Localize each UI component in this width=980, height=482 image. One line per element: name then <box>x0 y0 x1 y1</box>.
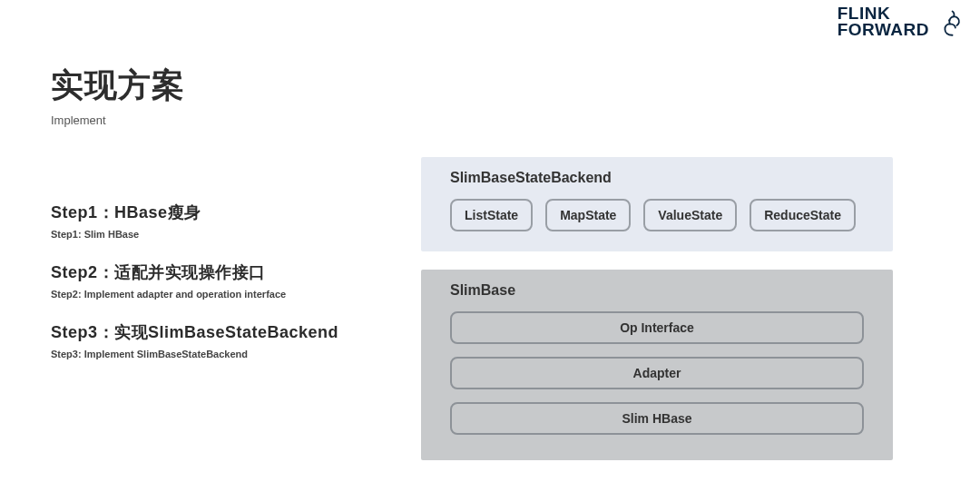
state-pill: MapState <box>545 199 631 231</box>
state-pill: ListState <box>450 199 533 231</box>
step-sub: Step1: Slim HBase <box>51 229 396 240</box>
step-heading: Step3：实现SlimBaseStateBackend <box>51 321 396 343</box>
step-sub: Step2: Implement adapter and operation i… <box>51 289 396 300</box>
steps-list: Step1：HBase瘦身 Step1: Slim HBase Step2：适配… <box>51 202 396 381</box>
slimbase-stack: Op Interface Adapter Slim HBase <box>437 311 877 435</box>
state-pill: ValueState <box>643 199 737 231</box>
step-item: Step1：HBase瘦身 Step1: Slim HBase <box>51 202 396 240</box>
page-title: 实现方案 <box>51 64 185 108</box>
step-heading: Step1：HBase瘦身 <box>51 202 396 223</box>
step-item: Step2：适配并实现操作接口 Step2: Implement adapter… <box>51 261 396 300</box>
step-item: Step3：实现SlimBaseStateBackend Step3: Impl… <box>51 321 396 359</box>
state-pill: ReduceState <box>750 199 856 231</box>
step-sub: Step3: Implement SlimBaseStateBackend <box>51 349 396 359</box>
page-subtitle: Implement <box>51 113 185 127</box>
logo-line2: FORWARD <box>838 22 929 38</box>
panel-slimbase: SlimBase Op Interface Adapter Slim HBase <box>421 270 893 460</box>
squirrel-icon <box>931 5 962 38</box>
architecture-diagram: SlimBaseStateBackend ListState MapState … <box>421 157 893 460</box>
step-heading: Step2：适配并实现操作接口 <box>51 261 396 283</box>
panel-title: SlimBaseStateBackend <box>437 170 877 186</box>
layer-bar: Adapter <box>450 357 864 389</box>
panel-title: SlimBase <box>437 282 877 299</box>
layer-bar: Slim HBase <box>450 402 864 435</box>
svg-point-0 <box>948 19 950 21</box>
page-header: 实现方案 Implement <box>51 64 185 127</box>
state-types-row: ListState MapState ValueState ReduceStat… <box>437 199 877 231</box>
layer-bar: Op Interface <box>450 311 864 344</box>
panel-statebackend: SlimBaseStateBackend ListState MapState … <box>421 157 893 251</box>
flink-forward-logo: FLINK FORWARD <box>838 5 962 38</box>
